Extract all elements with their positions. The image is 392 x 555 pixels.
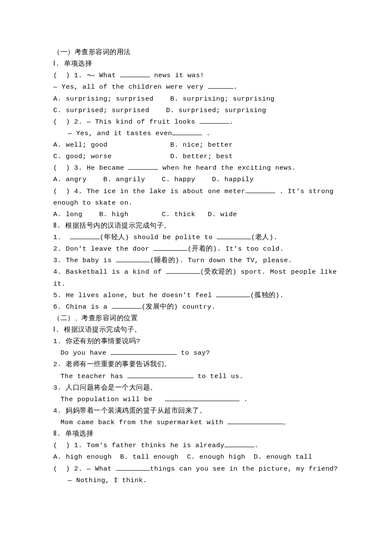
t: things can you see in the picture, my fr… <box>150 465 338 473</box>
p2-q2: 2. Don't leave the door (开着的). It's too … <box>53 243 345 255</box>
q2-optsCD: C. good; worse D. better; best <box>53 151 345 162</box>
s2-q3-zh: 3. 人口问题将会是一个大问题。 <box>53 382 345 394</box>
t: (开着的). It's too cold. <box>187 245 284 253</box>
q2-l1b: . <box>229 118 233 126</box>
q2-l1a: ( ) 2. — This kind of fruit looks <box>53 118 199 126</box>
optB: B. nice; better <box>170 141 233 149</box>
optB: B. surprising; surprising <box>170 95 274 103</box>
t: to tell us. <box>193 373 244 380</box>
optA: A. well; good <box>53 141 107 149</box>
t: . <box>239 396 248 403</box>
p2-q1: 1. (年轻人) should be polite to (老人). <box>53 232 345 243</box>
blank <box>208 82 233 89</box>
blank <box>228 417 283 424</box>
q1-prefix: ( ) 1. ¬— What <box>53 72 120 79</box>
blank <box>172 128 202 135</box>
t: Mom came back from the supermarket with <box>61 419 228 426</box>
optD: D. surprised; surprising <box>166 107 266 114</box>
q1-line1: ( ) 1. ¬— What news it was! <box>53 70 345 81</box>
section-2-part2-title: Ⅱ. 单项选择 <box>53 428 345 440</box>
blank <box>217 232 251 239</box>
q4-opts: A. long B. high C. thick D. wide <box>53 209 345 220</box>
q2-optsAB: A. well; good B. nice; better <box>53 139 345 151</box>
optA: A. surprising; surprised <box>53 95 153 103</box>
t: ( ) 1. Tom's father thinks he is already <box>53 442 225 449</box>
blank <box>111 348 177 355</box>
section-1-title: （一）考查形容词的用法 <box>53 47 345 58</box>
q3-line1: ( ) 3. He became when he heard the excit… <box>53 162 345 174</box>
t: 2. Don't leave the door <box>53 245 153 253</box>
blank <box>216 290 250 297</box>
t: to say? <box>177 349 210 357</box>
s2p2-q1: ( ) 1. Tom's father thinks he is already… <box>53 440 345 451</box>
optC: C. good; worse <box>53 153 112 160</box>
t: Do you have <box>61 349 111 357</box>
t: 6. China is a <box>53 303 112 311</box>
t: (孤独的). <box>250 292 284 299</box>
s2-q2-zh: 2. 老师有一些重要的事要告诉我们。 <box>53 359 345 370</box>
q1-optsAB: A. surprising; surprised B. surprising; … <box>53 93 345 105</box>
q4-line1: ( ) 4. The ice in the lake is about one … <box>53 186 345 197</box>
t: (年轻人) should be polite to <box>100 234 217 241</box>
q1-l2a: — Yes, all of the children were very <box>53 83 208 91</box>
section-1-part2-title: Ⅱ. 根据括号内的汉语提示完成句子。 <box>53 220 345 232</box>
blank <box>116 464 150 471</box>
s2p2-q2a: ( ) 2. — What things can you see in the … <box>53 463 345 475</box>
t: 4. Basketball is a kind of <box>53 268 166 276</box>
blank <box>199 117 229 124</box>
s2-q4-en: Mom came back from the supermarket with … <box>53 417 345 428</box>
s2p2-q2c: — Nothing, I think. <box>53 475 345 486</box>
s2-q4-zh: 4. 妈妈带着一个装满鸡蛋的篮子从超市回来了。 <box>53 405 345 417</box>
t: (发展中的) country. <box>141 303 216 311</box>
s2-q3-en: The population will be . <box>53 394 345 405</box>
q2-line1: ( ) 2. — This kind of fruit looks . <box>53 116 345 128</box>
q4-l1a: ( ) 4. The ice in the lake is about one … <box>53 188 245 195</box>
blank <box>128 163 158 170</box>
q1-optsCD: C. surprised; surprised D. surprised; su… <box>53 105 345 116</box>
p2-q4a: 4. Basketball is a kind of (受欢迎的) sport.… <box>53 266 345 278</box>
q3-l1b: when he heard the exciting news. <box>158 164 296 172</box>
section-2-title: （二）、考查形容词的位置 <box>53 313 345 324</box>
t: The population will be <box>61 396 165 403</box>
t: ( ) 2. — What <box>53 465 116 473</box>
blank <box>153 244 187 251</box>
s2-q2-en: The teacher has to tell us. <box>53 371 345 382</box>
t: The teacher has <box>61 373 127 380</box>
s2-q1-en: Do you have to say? <box>53 347 345 359</box>
t: 1. <box>53 234 70 241</box>
blank <box>70 232 100 239</box>
blank <box>165 394 239 401</box>
q1-l2b: . <box>233 83 238 91</box>
blank <box>120 71 150 78</box>
q2-line2: — Yes, and it tastes even . <box>53 128 345 139</box>
section-2-part1-title: Ⅰ. 根据汉语提示完成句子。 <box>53 324 345 336</box>
t: (睡着的). Turn down the TV, please. <box>150 257 292 264</box>
optC: C. surprised; surprised <box>53 107 149 114</box>
q1-mid: news it was! <box>150 72 204 79</box>
blank <box>166 267 200 274</box>
t: (受欢迎的) sport. Most people like <box>200 268 337 276</box>
p2-q3: 3. The baby is (睡着的). Turn down the TV, … <box>53 255 345 266</box>
t: . <box>254 442 259 449</box>
blank <box>127 371 193 378</box>
s2p2-q1-opts: A. high enough B. tall enough C. enough … <box>53 451 345 463</box>
q2-l2b: . <box>202 130 210 137</box>
blank <box>116 256 150 263</box>
q4-line2: enough to skate on. <box>53 197 345 209</box>
t: 5. He lives alone, but he doesn't feel <box>53 292 216 299</box>
t: 3. The baby is <box>53 257 116 264</box>
p2-q5: 5. He lives alone, but he doesn't feel (… <box>53 290 345 301</box>
q3-l1a: ( ) 3. He became <box>53 164 128 172</box>
s2-q1-zh: 1. 你还有别的事情要说吗? <box>53 336 345 347</box>
t: 。 <box>283 419 290 426</box>
t: (老人). <box>251 234 277 241</box>
q2-l2a: — Yes, and it tastes even <box>68 130 172 137</box>
q4-l1b: . It's strong <box>275 188 334 195</box>
q3-opts: A. angry B. angrily C. happy D. happily <box>53 174 345 185</box>
blank <box>112 302 141 309</box>
p2-q4c: it. <box>53 278 345 290</box>
blank <box>245 186 275 193</box>
q1-line2: — Yes, all of the children were very . <box>53 81 345 93</box>
blank <box>225 441 254 448</box>
p2-q6: 6. China is a (发展中的) country. <box>53 301 345 313</box>
